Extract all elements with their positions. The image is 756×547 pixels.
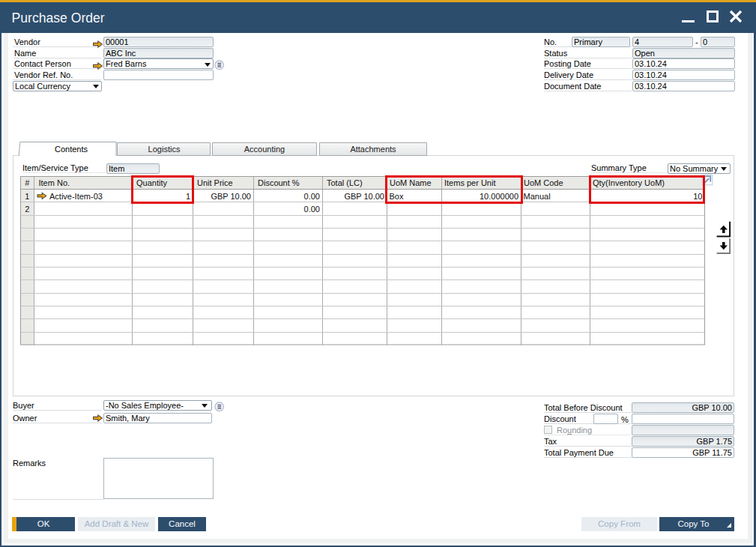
svg-text:1: 1 [25, 192, 29, 201]
svg-text:Unit Price: Unit Price [197, 178, 233, 187]
svg-text:Item No.: Item No. [39, 178, 70, 187]
svg-text:GBP 10.00: GBP 10.00 [211, 192, 251, 201]
svg-text:Contents: Contents [55, 145, 88, 154]
svg-text:Accounting: Accounting [244, 145, 285, 154]
svg-text:Logistics: Logistics [148, 145, 181, 154]
svg-text:Manual: Manual [524, 192, 551, 201]
svg-text:GBP 10.00: GBP 10.00 [344, 192, 384, 201]
svg-text:0.00: 0.00 [304, 205, 320, 214]
svg-text:UoM Code: UoM Code [524, 178, 563, 187]
svg-text:#: # [25, 178, 30, 187]
svg-text:Active-Item-03: Active-Item-03 [49, 192, 103, 201]
svg-text:2: 2 [25, 205, 29, 214]
svg-text:0.00: 0.00 [304, 192, 320, 201]
svg-text:Attachments: Attachments [350, 145, 396, 154]
svg-text:Total (LC): Total (LC) [327, 178, 363, 187]
svg-text:Discount %: Discount % [258, 178, 300, 187]
